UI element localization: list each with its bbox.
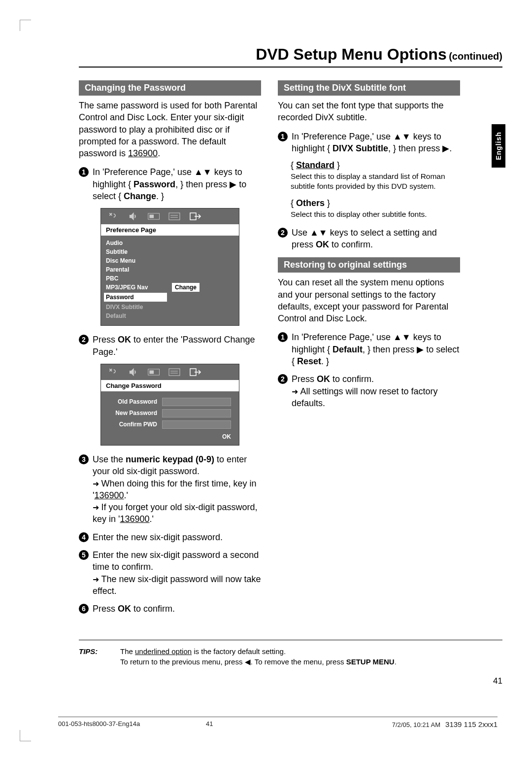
footer-right: 7/2/05, 10:21 AM3139 115 2xxx1 (392, 720, 498, 728)
svg-rect-1 (149, 215, 154, 218)
column-right: Setting the DivX Subtitle font You can s… (278, 80, 460, 621)
osd-item: Parental (106, 265, 165, 274)
page-number: 41 (79, 676, 502, 686)
speaker-icon (127, 367, 140, 377)
step-2: 2 Press OK to enter the 'Password Change… (79, 334, 261, 358)
intro-divx: You can set the font type that supports … (278, 100, 460, 124)
section-header-divx: Setting the DivX Subtitle font (278, 80, 460, 96)
osd-field-old: Old Password (109, 396, 231, 408)
osd-icon-row (101, 208, 239, 224)
restore-step-2: 2 Press OK to confirm. All settings will… (278, 373, 460, 409)
osd-field-confirm: Confirm PWD (109, 419, 231, 430)
step-bullet-1: 1 (79, 167, 89, 177)
section-header-password: Changing the Password (79, 80, 261, 96)
osd-title: Preference Page (101, 224, 239, 236)
tips-label: TIPS: (79, 646, 108, 668)
step-bullet-4: 4 (79, 532, 89, 542)
step-bullet-3: 3 (79, 454, 89, 464)
subtitle-icon (168, 367, 182, 377)
footer-doc-id: 001-053-hts8000-37-Eng14a (58, 720, 140, 728)
osd-item: MP3/JPEG Nav (106, 283, 165, 292)
osd-item-selected: Password (104, 293, 167, 302)
tools-icon (106, 211, 120, 221)
intro-restore: You can reset all the system menu option… (278, 277, 460, 324)
option-others-desc: Select this to display other subtitle fo… (291, 209, 460, 219)
osd-preference-page: Preference Page Audio Subtitle Disc Menu… (100, 208, 239, 326)
tips-row: TIPS: The underlined option is the facto… (79, 640, 502, 668)
osd-field-new: New Password (109, 408, 231, 419)
osd-change-password: Change Password Old Password New Passwor… (100, 364, 239, 446)
divx-step-1: 1 In 'Preference Page,' use ▲▼ keys to h… (278, 131, 460, 155)
step-bullet-1: 1 (278, 332, 288, 342)
step-3: 3 Use the numeric keypad (0-9) to enter … (79, 453, 261, 525)
tools-icon (106, 367, 120, 377)
option-standard: { Standard } (291, 160, 460, 171)
step-bullet-2: 2 (278, 228, 288, 238)
svg-rect-7 (149, 370, 154, 374)
osd-item: Audio (106, 239, 165, 247)
step-5: 5 Enter the new six-digit password a sec… (79, 549, 261, 597)
step-4: 4 Enter the new six-digit password. (79, 531, 261, 543)
osd-action: Change (172, 283, 200, 292)
footer: 001-053-hts8000-37-Eng14a 41 7/2/05, 10:… (58, 717, 498, 728)
step-1: 1 In 'Preference Page,' use ▲▼ keys to h… (79, 166, 261, 202)
osd-item: DIVX Subtitle (106, 303, 165, 311)
restore-step-1: 1 In 'Preference Page,' use ▲▼ keys to h… (278, 331, 460, 367)
step-6: 6 Press OK to confirm. (79, 603, 261, 615)
page-content: English DVD Setup Menu Options (continue… (79, 45, 502, 686)
osd-item: Subtitle (106, 247, 165, 256)
step-bullet-2: 2 (278, 374, 288, 384)
language-tab: English (492, 124, 505, 168)
step-bullet-5: 5 (79, 550, 89, 560)
intro-password: The same password is used for both Paren… (79, 100, 261, 159)
subtitle-icon (168, 211, 182, 221)
crop-mark-tl (20, 20, 31, 31)
option-standard-desc: Select this to display a standard list o… (291, 172, 460, 191)
osd-item: PBC (106, 274, 165, 283)
divx-step-2: 2 Use ▲▼ keys to select a setting and pr… (278, 227, 460, 251)
option-others: { Others } (291, 198, 460, 208)
column-left: Changing the Password The same password … (79, 80, 261, 621)
osd-icon-row (101, 364, 239, 380)
osd-title: Change Password (101, 380, 239, 391)
step-bullet-1: 1 (278, 132, 288, 141)
screen-icon (147, 367, 161, 377)
osd-item: Disc Menu (106, 256, 165, 265)
crop-mark-bl (20, 730, 31, 741)
exit-icon (189, 367, 202, 377)
section-header-restore: Restoring to original settings (278, 257, 460, 273)
exit-icon (189, 211, 202, 221)
speaker-icon (127, 211, 140, 221)
footer-page: 41 (206, 720, 213, 727)
osd-ok: OK (101, 430, 239, 445)
screen-icon (147, 211, 161, 221)
page-title: DVD Setup Menu Options (continued) (79, 45, 502, 68)
osd-item: Default (106, 311, 165, 320)
svg-rect-2 (169, 213, 180, 220)
tips-body: The underlined option is the factory def… (120, 646, 397, 668)
step-bullet-6: 6 (79, 604, 89, 614)
svg-rect-8 (169, 369, 180, 376)
step-bullet-2: 2 (79, 335, 89, 345)
